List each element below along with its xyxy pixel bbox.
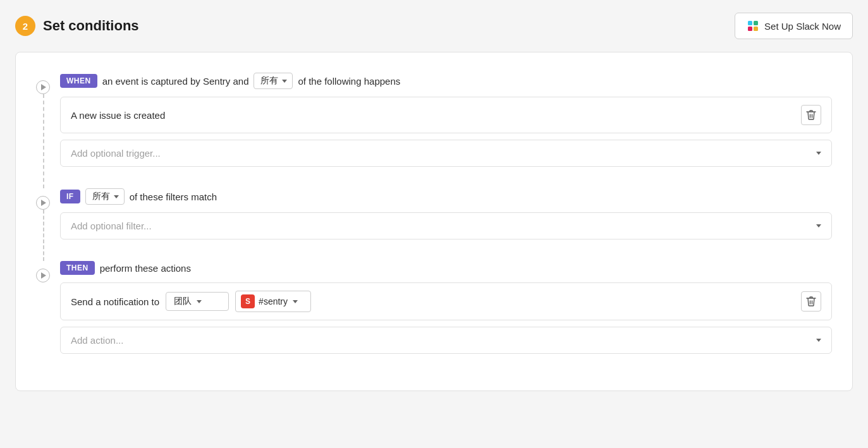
if-row-icon[interactable] [36, 196, 50, 210]
when-dropdown-value: 所有 [260, 75, 278, 87]
svg-rect-1 [754, 21, 758, 25]
title-group: 2 Set conditions [15, 16, 139, 36]
trigger-item-text: A new issue is created [71, 110, 165, 121]
add-trigger-placeholder: Add optional trigger... [71, 148, 161, 159]
then-condition-row: THEN perform these actions Send a notifi… [36, 261, 832, 360]
if-triangle-icon [41, 200, 46, 206]
notification-action-row: Send a notification to 团队 S #sentry [60, 282, 832, 320]
then-row-content: THEN perform these actions Send a notifi… [60, 261, 832, 360]
add-filter-placeholder: Add optional filter... [71, 221, 152, 231]
when-row-icon[interactable] [36, 80, 50, 94]
add-filter-chevron [816, 224, 821, 227]
svg-rect-2 [748, 27, 752, 31]
if-badge: IF [60, 190, 80, 203]
trash-icon [806, 109, 816, 121]
conditions-card: WHEN an event is captured by Sentry and … [15, 52, 853, 391]
if-suffix-text: of these filters match [130, 191, 217, 202]
channel-chevron-icon [293, 300, 298, 303]
slack-button-label: Set Up Slack Now [764, 21, 841, 32]
when-prefix-text: an event is captured by Sentry and [102, 76, 249, 87]
then-badge: THEN [60, 261, 95, 275]
add-action-row[interactable]: Add action... [60, 327, 832, 354]
if-dropdown[interactable]: 所有 [85, 188, 125, 205]
svg-rect-3 [754, 27, 758, 31]
if-chevron-icon [114, 195, 119, 198]
when-row-header: WHEN an event is captured by Sentry and … [60, 73, 832, 89]
team-chevron-icon [197, 300, 202, 303]
when-condition-row: WHEN an event is captured by Sentry and … [36, 73, 832, 173]
delete-trigger-button[interactable] [801, 105, 821, 125]
channel-dropdown[interactable]: S #sentry [235, 291, 311, 312]
notification-prefix: Send a notification to [71, 296, 159, 307]
add-action-placeholder: Add action... [71, 335, 123, 346]
slack-icon [747, 20, 759, 32]
when-badge: WHEN [60, 74, 97, 88]
svg-rect-0 [748, 21, 752, 25]
page-header: 2 Set conditions Set Up Slack Now [15, 13, 853, 39]
if-row-header: IF 所有 of these filters match [60, 188, 832, 205]
then-row-header: THEN perform these actions [60, 261, 832, 275]
setup-slack-button[interactable]: Set Up Slack Now [735, 13, 853, 39]
page-title: Set conditions [43, 18, 139, 34]
if-dropdown-value: 所有 [92, 191, 110, 202]
add-filter-row[interactable]: Add optional filter... [60, 212, 832, 239]
when-chevron-icon [282, 80, 287, 83]
then-triangle-icon [41, 272, 46, 279]
team-dropdown[interactable]: 团队 [166, 292, 229, 311]
when-row-content: WHEN an event is captured by Sentry and … [60, 73, 832, 173]
if-condition-row: IF 所有 of these filters match Add optiona… [36, 188, 832, 246]
delete-action-button[interactable] [801, 291, 821, 312]
dashed-line-when [43, 94, 44, 188]
action-trash-icon [806, 296, 816, 307]
add-action-chevron [816, 339, 821, 342]
dashed-line-if [43, 210, 44, 261]
if-row-content: IF 所有 of these filters match Add optiona… [60, 188, 832, 246]
when-suffix-text: of the following happens [298, 76, 400, 87]
step-badge: 2 [15, 16, 35, 36]
add-trigger-chevron [816, 152, 821, 155]
trigger-item-row: A new issue is created [60, 97, 832, 133]
then-row-icon[interactable] [36, 269, 50, 282]
channel-value: #sentry [259, 296, 288, 306]
triangle-icon [41, 84, 46, 90]
when-dropdown[interactable]: 所有 [254, 73, 293, 89]
team-dropdown-value: 团队 [174, 296, 192, 307]
channel-avatar: S [241, 294, 255, 308]
then-prefix-text: perform these actions [100, 263, 191, 274]
add-trigger-row[interactable]: Add optional trigger... [60, 140, 832, 167]
